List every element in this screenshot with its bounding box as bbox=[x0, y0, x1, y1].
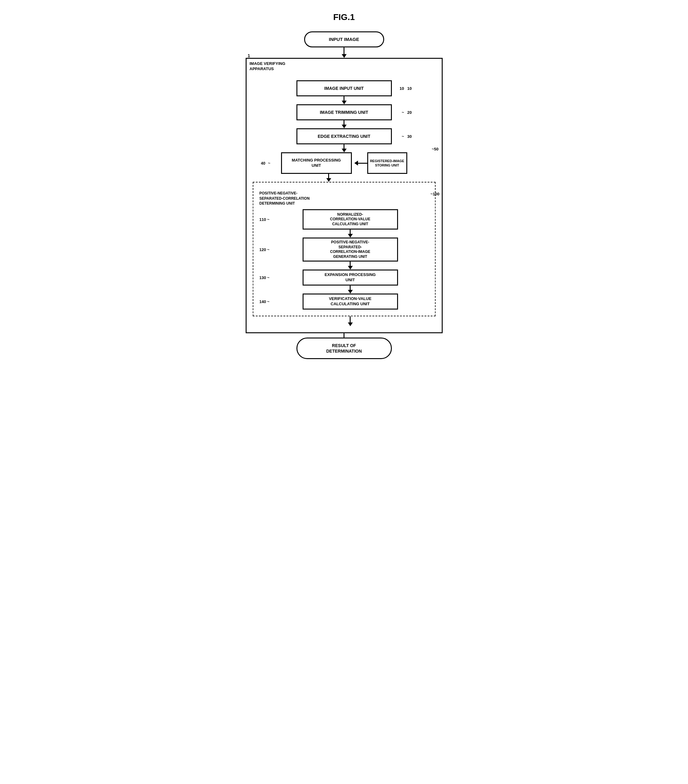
apparatus-label: IMAGE VERIFYING APPARATUS bbox=[250, 61, 285, 72]
ref-num-apparatus: 1 bbox=[248, 53, 250, 58]
pn-determining-label: POSITIVE-NEGATIVE- SEPARATED-CORRELATION… bbox=[259, 186, 429, 206]
ref-num-50-val: ~50 bbox=[432, 147, 438, 152]
image-trimming-unit-node: IMAGE TRIMMING UNIT bbox=[297, 104, 392, 120]
edge-extracting-unit-node: EDGE EXTRACTING UNIT bbox=[297, 128, 392, 144]
figure-title: FIG.1 bbox=[246, 12, 443, 22]
ref-num-110: 110 ~ bbox=[259, 217, 270, 222]
page-container: FIG.1 INPUT IMAGE IMAGE VERIFYING APPARA… bbox=[236, 6, 452, 371]
image-input-unit-node: IMAGE INPUT UNIT bbox=[297, 80, 392, 96]
input-image-node: INPUT IMAGE bbox=[304, 31, 384, 48]
ref-num-30-tilde: ~ bbox=[402, 134, 404, 139]
ref-num-100: ~100 bbox=[431, 192, 439, 196]
ref-num-20-val: 20 bbox=[407, 110, 412, 115]
verification-value-calc-unit-node: VERIFICATION-VALUE CALCULATING UNIT bbox=[303, 293, 398, 310]
matching-processing-unit-node: MATCHING PROCESSING UNIT bbox=[281, 152, 352, 174]
ref-num-40-val: 40 bbox=[261, 161, 266, 166]
diagram-area: INPUT IMAGE IMAGE VERIFYING APPARATUS 1 … bbox=[246, 31, 443, 359]
ref-num-140: 140 ~ bbox=[259, 300, 270, 304]
main-outer-box: IMAGE VERIFYING APPARATUS 1 IMAGE INPUT … bbox=[246, 58, 443, 333]
ref-num-10-val: 10 bbox=[407, 86, 412, 91]
ref-num-120: 120 ~ bbox=[259, 247, 270, 252]
normalized-corr-calc-unit-node: NORMALIZED- CORRELATION-VALUE CALCULATIN… bbox=[303, 209, 398, 229]
ref-num-40-tilde: ~ bbox=[268, 161, 271, 166]
ref-num-30-val: 30 bbox=[407, 134, 412, 139]
ref-num-10: 10 bbox=[399, 86, 404, 91]
result-of-determination-node: RESULT OF DETERMINATION bbox=[297, 338, 392, 359]
ref-num-20-tilde: ~ bbox=[402, 110, 404, 115]
ref-num-130: 130 ~ bbox=[259, 275, 270, 280]
expansion-processing-unit-node: EXPANSION PROCESSING UNIT bbox=[303, 270, 398, 285]
registered-image-storing-unit-node: REGISTERED-IMAGE STORING UNIT bbox=[367, 152, 407, 174]
dashed-box-pn: POSITIVE-NEGATIVE- SEPARATED-CORRELATION… bbox=[253, 182, 436, 316]
pn-corr-image-gen-unit-node: POSITIVE-NEGATIVE- SEPARATED- CORRELATIO… bbox=[303, 237, 398, 262]
